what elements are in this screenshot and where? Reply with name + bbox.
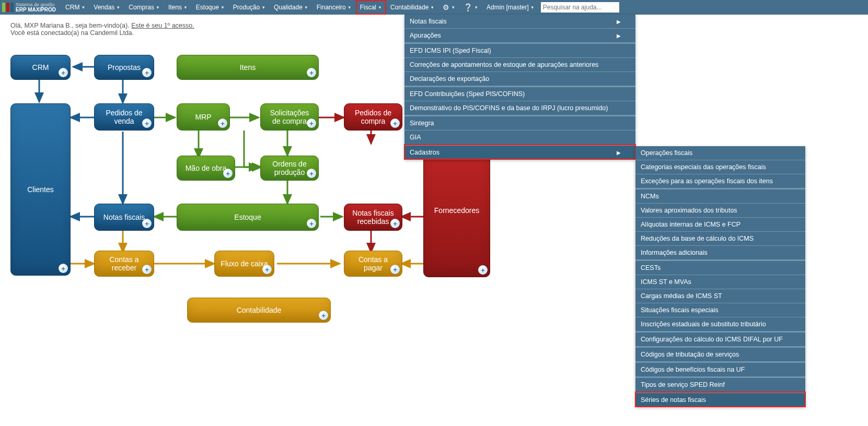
nav-vendas[interactable]: Vendas▼ <box>89 0 124 15</box>
menu-notas-fiscais[interactable]: Notas fiscais▶ <box>404 15 635 29</box>
plus-icon[interactable]: + <box>390 219 400 228</box>
submenu-icms-st[interactable]: ICMS ST e MVAs <box>635 275 805 289</box>
nav-financeiro[interactable]: Financeiro▼ <box>313 0 356 15</box>
caret-down-icon: ▼ <box>348 5 352 10</box>
caret-down-icon: ▼ <box>430 5 434 10</box>
plus-icon[interactable]: + <box>142 68 152 77</box>
chevron-right-icon: ▶ <box>617 150 621 156</box>
caret-down-icon: ▼ <box>451 5 455 10</box>
plus-icon[interactable]: + <box>142 119 152 128</box>
node-nf-recebidas[interactable]: Notas fiscais recebidas+ <box>344 204 402 231</box>
logo-icon <box>2 3 14 12</box>
submenu-inscricoes[interactable]: Inscrições estaduais de substituto tribu… <box>635 317 805 332</box>
node-pedidos-venda[interactable]: Pedidos de venda+ <box>94 103 154 131</box>
submenu-op-fiscais[interactable]: Operações fiscais <box>635 146 805 160</box>
node-clientes[interactable]: Clientes+ <box>10 103 71 276</box>
plus-icon[interactable]: + <box>307 169 316 178</box>
submenu-excecoes[interactable]: Exceções para as operações fiscais dos i… <box>635 174 805 188</box>
first-access-link[interactable]: Este é seu 1º acesso. <box>131 22 194 29</box>
welcome-greeting: Olá, MXP Mariana B., seja bem-vindo(a). <box>10 22 131 29</box>
submenu-series-nf[interactable]: Séries de notas fiscais <box>635 392 805 407</box>
logo[interactable]: Sistema de gestão ERP MAXIPROD <box>2 3 56 13</box>
menu-sintegra[interactable]: Sintegra <box>404 115 635 131</box>
submenu-val-tributos[interactable]: Valores aproximados dos tributos <box>635 204 805 218</box>
menu-efd-contrib[interactable]: EFD Contribuições (Sped PIS/COFINS) <box>404 86 635 101</box>
gear-icon: ⚙ <box>443 3 449 11</box>
menu-demonstrativo[interactable]: Demonstrativo do PIS/COFINS e da base do… <box>404 101 635 115</box>
node-estoque[interactable]: Estoque+ <box>177 204 319 231</box>
plus-icon[interactable]: + <box>59 68 68 77</box>
node-mrp[interactable]: MRP+ <box>177 103 230 131</box>
nav-crm[interactable]: CRM▼ <box>61 0 89 15</box>
plus-icon[interactable]: + <box>307 219 316 228</box>
caret-down-icon: ▼ <box>261 5 265 10</box>
plus-icon[interactable]: + <box>223 169 233 178</box>
plus-icon[interactable]: + <box>319 311 328 320</box>
plus-icon[interactable]: + <box>218 119 227 128</box>
nav-fiscal[interactable]: Fiscal▼ <box>356 0 386 15</box>
node-contas-receber[interactable]: Contas a receber+ <box>94 251 154 277</box>
plus-icon[interactable]: + <box>59 264 68 273</box>
nav-contabilidade[interactable]: Contabilidade▼ <box>386 0 438 15</box>
caret-down-icon: ▼ <box>156 5 160 10</box>
plus-icon[interactable]: + <box>307 68 316 77</box>
nav-estoque[interactable]: Estoque▼ <box>192 0 229 15</box>
fiscal-dropdown: Notas fiscais▶ Apurações▶ EFD ICMS IPI (… <box>404 15 635 159</box>
caret-down-icon: ▼ <box>530 5 535 10</box>
caret-down-icon: ▼ <box>304 5 308 10</box>
node-mao-obra[interactable]: Mão de obra+ <box>177 156 235 181</box>
menu-cadastros[interactable]: Cadastros▶ <box>404 145 635 159</box>
help-search-input[interactable] <box>541 2 619 13</box>
node-propostas[interactable]: Propostas+ <box>94 55 154 80</box>
submenu-cod-benef[interactable]: Códigos de benefícios fiscais na UF <box>635 362 805 377</box>
submenu-cests[interactable]: CESTs <box>635 260 805 275</box>
menu-correcoes[interactable]: Correções de apontamentos de estoque de … <box>404 58 635 72</box>
node-contas-pagar[interactable]: Contas a pagar+ <box>344 251 402 277</box>
caret-down-icon: ▼ <box>378 5 382 10</box>
nav-admin[interactable]: Admin [master]▼ <box>482 0 539 15</box>
plus-icon[interactable]: + <box>390 265 400 274</box>
caret-down-icon: ▼ <box>183 5 188 10</box>
node-notas-fiscais[interactable]: Notas fiscais+ <box>94 204 154 231</box>
menu-efd-icms[interactable]: EFD ICMS IPI (Sped Fiscal) <box>404 43 635 58</box>
plus-icon[interactable]: + <box>142 219 152 228</box>
nav-itens[interactable]: Itens▼ <box>164 0 192 15</box>
caret-down-icon: ▼ <box>116 5 120 10</box>
nav-qualidade[interactable]: Qualidade▼ <box>270 0 313 15</box>
submenu-situacoes[interactable]: Situações fiscais especiais <box>635 303 805 317</box>
chevron-right-icon: ▶ <box>617 19 621 25</box>
submenu-cargas[interactable]: Cargas médias de ICMS ST <box>635 289 805 303</box>
menu-gia[interactable]: GIA <box>404 131 635 145</box>
help-icon: ❔ <box>464 3 472 11</box>
node-solic-compra[interactable]: Solicitações de compra+ <box>260 103 319 131</box>
submenu-cat-especiais[interactable]: Categorias especiais das operações fisca… <box>635 160 805 174</box>
submenu-reducoes[interactable]: Reduções da base de cálculo do ICMS <box>635 232 805 246</box>
node-crm[interactable]: CRM+ <box>10 55 71 80</box>
chevron-right-icon: ▶ <box>617 33 621 39</box>
menu-declaracoes[interactable]: Declarações de exportação <box>404 72 635 86</box>
node-itens[interactable]: Itens+ <box>177 55 319 80</box>
plus-icon[interactable]: + <box>390 119 400 128</box>
nav-help[interactable]: ❔▼ <box>459 0 482 15</box>
menu-apuracoes[interactable]: Apurações▶ <box>404 29 635 43</box>
nav-producao[interactable]: Produção▼ <box>229 0 270 15</box>
top-navbar: Sistema de gestão ERP MAXIPROD CRM▼ Vend… <box>0 0 868 15</box>
plus-icon[interactable]: + <box>262 265 272 274</box>
node-fluxo-caixa[interactable]: Fluxo de caixa+ <box>214 251 274 277</box>
plus-icon[interactable]: + <box>307 119 316 128</box>
node-ordens-prod[interactable]: Ordens de produção+ <box>260 156 319 181</box>
nav-compras[interactable]: Compras▼ <box>124 0 164 15</box>
caret-down-icon: ▼ <box>474 5 478 10</box>
node-contabilidade[interactable]: Contabilidade+ <box>187 298 331 323</box>
node-pedidos-compra[interactable]: Pedidos de compra+ <box>344 103 402 131</box>
submenu-aliquotas[interactable]: Alíquotas internas de ICMS e FCP <box>635 218 805 232</box>
node-fornecedores[interactable]: Fornecedores+ <box>423 144 490 277</box>
submenu-cod-trib[interactable]: Códigos de tributação de serviços <box>635 347 805 362</box>
nav-settings[interactable]: ⚙▼ <box>438 0 459 15</box>
submenu-info-adic[interactable]: Informações adicionais <box>635 246 805 260</box>
submenu-tipos-sped[interactable]: Tipos de serviço SPED Reinf <box>635 377 805 392</box>
plus-icon[interactable]: + <box>142 265 152 274</box>
submenu-ncms[interactable]: NCMs <box>635 188 805 204</box>
submenu-config-difal[interactable]: Configurações do cálculo do ICMS DIFAL p… <box>635 332 805 347</box>
plus-icon[interactable]: + <box>478 265 488 275</box>
